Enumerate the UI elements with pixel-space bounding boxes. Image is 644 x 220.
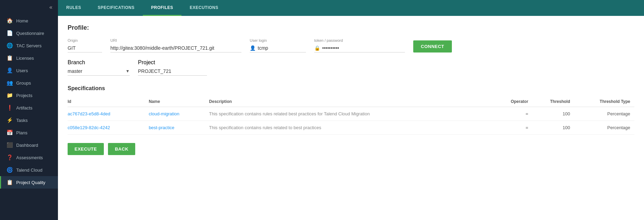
token-field: token / password 🔒 (314, 38, 405, 52)
col-header-operator: Operator (495, 96, 533, 107)
spec-threshold-type-0: Percentage (574, 107, 634, 121)
sidebar-item-users[interactable]: 👤 Users (0, 64, 58, 77)
dashboard-icon: ⬛ (7, 142, 13, 148)
branch-label: Branch (68, 59, 130, 66)
top-nav: RULESSPECIFICATIONSPROFILESEXECUTIONS (58, 0, 644, 16)
token-input[interactable] (322, 44, 405, 52)
spec-threshold-1: 100 (532, 121, 574, 135)
sidebar-item-dashboard[interactable]: ⬛ Dashboard (0, 139, 58, 151)
sidebar-item-groups[interactable]: 👥 Groups (0, 77, 58, 89)
sidebar-label-dashboard: Dashboard (16, 143, 38, 148)
col-header-description: Description (209, 96, 495, 107)
sidebar-label-groups: Groups (16, 80, 31, 86)
spec-desc-1: This specification contains rules relate… (209, 121, 495, 135)
sidebar: « 🏠 Home 📄 Questionnaire 🌐 TAC Servers 📋… (0, 0, 58, 220)
spec-operator-1: = (495, 121, 533, 135)
assessments-icon: ❓ (7, 154, 13, 161)
tab-specifications[interactable]: SPECIFICATIONS (89, 0, 143, 16)
sidebar-item-licenses[interactable]: 📋 Licenses (0, 52, 58, 64)
main-panel: RULESSPECIFICATIONSPROFILESEXECUTIONS Pr… (58, 0, 644, 220)
sidebar-label-plans: Plans (16, 130, 28, 135)
tab-rules[interactable]: RULES (58, 0, 89, 16)
spec-operator-0: = (495, 107, 533, 121)
sidebar-item-artifacts[interactable]: ❗ Artifacts (0, 102, 58, 114)
userlogin-input[interactable] (258, 44, 306, 52)
userlogin-field: User login 👤 (250, 38, 306, 52)
sidebar-label-home: Home (16, 18, 28, 23)
sidebar-label-artifacts: Artifacts (16, 105, 32, 111)
sidebar-item-project-quality[interactable]: 📋 Project Quality (0, 176, 58, 189)
token-label: token / password (314, 38, 405, 42)
spec-id-0[interactable]: ac767d23-e5d8-4ded (68, 107, 149, 121)
uri-field: URI (110, 38, 241, 52)
sidebar-item-talend-cloud[interactable]: 🌀 Talend Cloud (0, 164, 58, 176)
home-icon: 🏠 (7, 18, 13, 24)
project-quality-icon: 📋 (7, 179, 13, 185)
users-icon: 👤 (7, 67, 13, 74)
sidebar-label-tasks: Tasks (16, 118, 28, 123)
branch-select-container: master ▼ (68, 67, 130, 76)
tac-servers-icon: 🌐 (7, 42, 13, 49)
sidebar-label-assessments: Assessments (16, 155, 43, 160)
project-field: Project (138, 59, 207, 76)
col-header-id: Id (68, 96, 149, 107)
sidebar-item-assessments[interactable]: ❓ Assessments (0, 151, 58, 164)
profile-form-row2: Branch master ▼ Project (68, 59, 634, 76)
spec-name-0[interactable]: cloud-migration (149, 107, 209, 121)
groups-icon: 👥 (7, 80, 13, 86)
profile-title: Profile: (68, 24, 634, 31)
tab-profiles[interactable]: PROFILES (143, 0, 181, 16)
sidebar-item-home[interactable]: 🏠 Home (0, 15, 58, 27)
spec-desc-0: This specification contains rules relate… (209, 107, 495, 121)
token-wrapper: 🔒 (314, 44, 405, 52)
talend-cloud-icon: 🌀 (7, 167, 13, 173)
user-icon: 👤 (250, 45, 256, 51)
spec-name-1[interactable]: best-practice (149, 121, 209, 135)
uri-input[interactable] (110, 44, 241, 52)
sidebar-item-questionnaire[interactable]: 📄 Questionnaire (0, 27, 58, 39)
sidebar-label-talend-cloud: Talend Cloud (16, 168, 42, 173)
col-header-threshold-type: Threshold Type (574, 96, 634, 107)
branch-field: Branch master ▼ (68, 59, 130, 76)
artifacts-icon: ❗ (7, 105, 13, 111)
actions-row: EXECUTE BACK (68, 143, 634, 155)
table-header-row: Id Name Description Operator Threshold T… (68, 96, 634, 107)
origin-label: Origin (68, 38, 102, 42)
uri-label: URI (110, 38, 241, 42)
lock-icon: 🔒 (314, 45, 320, 51)
profile-form-row1: Origin URI User login 👤 token / password… (68, 38, 634, 52)
origin-input[interactable] (68, 44, 102, 52)
sidebar-label-users: Users (16, 68, 28, 73)
projects-icon: 📁 (7, 92, 13, 98)
spec-id-1[interactable]: c058e129-82dc-4242 (68, 121, 149, 135)
project-input[interactable] (138, 67, 207, 76)
sidebar-label-questionnaire: Questionnaire (16, 31, 44, 36)
userlogin-label: User login (250, 38, 306, 42)
tab-executions[interactable]: EXECUTIONS (181, 0, 227, 16)
project-label: Project (138, 59, 207, 66)
userlogin-wrapper: 👤 (250, 44, 306, 52)
spec-threshold-type-1: Percentage (574, 121, 634, 135)
specifications-title: Specifications (68, 85, 634, 92)
licenses-icon: 📋 (7, 55, 13, 61)
sidebar-collapse-button[interactable]: « (0, 0, 58, 15)
sidebar-label-projects: Projects (16, 93, 32, 98)
col-header-name: Name (149, 96, 209, 107)
content-area: Profile: Origin URI User login 👤 token /… (58, 16, 644, 220)
sidebar-label-licenses: Licenses (16, 56, 34, 61)
sidebar-item-tac-servers[interactable]: 🌐 TAC Servers (0, 39, 58, 52)
tasks-icon: ⚡ (7, 117, 13, 123)
connect-button[interactable]: CONNECT (413, 40, 452, 52)
back-button[interactable]: BACK (108, 143, 136, 155)
table-row: c058e129-82dc-4242 best-practice This sp… (68, 121, 634, 135)
execute-button[interactable]: EXECUTE (68, 143, 104, 155)
sidebar-label-project-quality: Project Quality (16, 180, 46, 185)
spec-threshold-0: 100 (532, 107, 574, 121)
sidebar-item-projects[interactable]: 📁 Projects (0, 89, 58, 102)
sidebar-item-tasks[interactable]: ⚡ Tasks (0, 114, 58, 126)
sidebar-label-tac-servers: TAC Servers (16, 43, 41, 48)
specifications-table: Id Name Description Operator Threshold T… (68, 96, 634, 135)
sidebar-item-plans[interactable]: 📅 Plans (0, 126, 58, 139)
table-row: ac767d23-e5d8-4ded cloud-migration This … (68, 107, 634, 121)
branch-select[interactable]: master (68, 67, 130, 76)
